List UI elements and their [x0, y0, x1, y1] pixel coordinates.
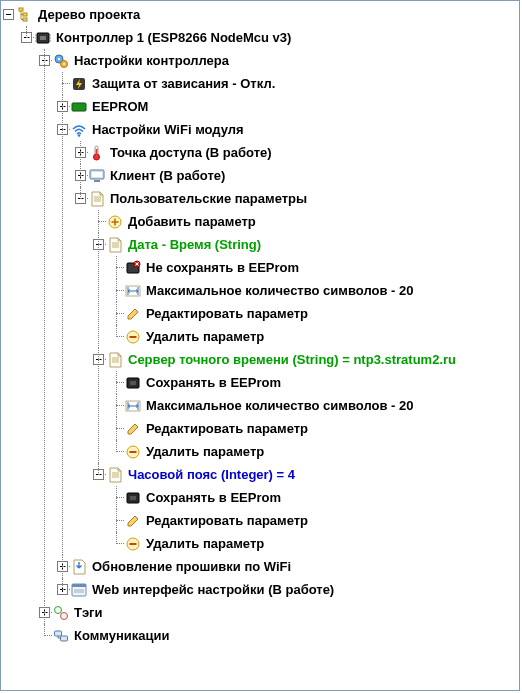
node-label: Сохранять в EEProm	[145, 490, 282, 505]
expand-icon[interactable]	[75, 147, 86, 158]
collapse-icon[interactable]	[57, 124, 68, 135]
node-label: Точка доступа (В работе)	[109, 145, 273, 160]
page-icon	[107, 237, 123, 253]
node-label: Удалить параметр	[145, 329, 265, 344]
chip-icon	[125, 375, 141, 391]
download-icon	[71, 559, 87, 575]
node-controller[interactable]: Контроллер 1 (ESP8266 NodeMcu v3)	[21, 26, 519, 49]
node-label: Редактировать параметр	[145, 513, 309, 528]
expand-icon[interactable]	[57, 101, 68, 112]
thermometer-icon	[89, 145, 105, 161]
node-watchdog[interactable]: Защита от зависания - Откл.	[57, 72, 519, 95]
node-label: Редактировать параметр	[145, 306, 309, 321]
collapse-icon[interactable]	[93, 239, 104, 250]
project-tree[interactable]: Дерево проекта Контроллер 1 (ESP8266 Nod…	[1, 1, 519, 649]
node-label: Контроллер 1 (ESP8266 NodeMcu v3)	[55, 30, 292, 45]
node-label: Редактировать параметр	[145, 421, 309, 436]
node-delete-param[interactable]: Удалить параметр	[111, 440, 519, 463]
node-label: Настройки контроллера	[73, 53, 230, 68]
node-label: Добавить параметр	[127, 214, 257, 229]
edit-icon	[125, 513, 141, 529]
node-label: Web интерфейс настройки (В работе)	[91, 582, 335, 597]
collapse-icon[interactable]	[39, 55, 50, 66]
node-label: Настройки WiFi модуля	[91, 122, 245, 137]
edit-icon	[125, 306, 141, 322]
node-label: Сохранять в EEProm	[145, 375, 282, 390]
node-param-datetime[interactable]: Дата - Время (String)	[93, 233, 519, 256]
node-controller-settings[interactable]: Настройки контроллера	[39, 49, 519, 72]
page-icon	[107, 467, 123, 483]
width-icon	[125, 283, 141, 299]
node-label: Клиент (В работе)	[109, 168, 226, 183]
node-firmware-update[interactable]: Обновление прошивки по WiFi	[57, 555, 519, 578]
node-param-timezone[interactable]: Часовой пояс (Integer) = 4	[93, 463, 519, 486]
node-max-length[interactable]: Максимальное количество символов - 20	[111, 279, 519, 302]
expand-icon[interactable]	[75, 170, 86, 181]
web-icon	[71, 582, 87, 598]
node-label: Сервер точного времени (String) = ntp3.s…	[127, 352, 457, 367]
tree-icon	[17, 7, 33, 23]
node-edit-param[interactable]: Редактировать параметр	[111, 417, 519, 440]
gears-icon	[53, 53, 69, 69]
delete-icon	[125, 329, 141, 345]
node-label: Удалить параметр	[145, 536, 265, 551]
node-label: Максимальное количество символов - 20	[145, 398, 414, 413]
expand-icon[interactable]	[57, 561, 68, 572]
collapse-icon[interactable]	[93, 354, 104, 365]
node-label: Обновление прошивки по WiFi	[91, 559, 292, 574]
node-edit-param[interactable]: Редактировать параметр	[111, 509, 519, 532]
node-edit-param[interactable]: Редактировать параметр	[111, 302, 519, 325]
chip-icon	[125, 490, 141, 506]
node-web-interface[interactable]: Web интерфейс настройки (В работе)	[57, 578, 519, 601]
delete-icon	[125, 536, 141, 552]
page-icon	[89, 191, 105, 207]
eeprom-icon	[71, 99, 87, 115]
collapse-icon[interactable]	[3, 9, 14, 20]
node-access-point[interactable]: Точка доступа (В работе)	[75, 141, 519, 164]
edit-icon	[125, 421, 141, 437]
node-user-params[interactable]: Пользовательские параметры	[75, 187, 519, 210]
node-label: Коммуникации	[73, 628, 171, 643]
node-label: Удалить параметр	[145, 444, 265, 459]
chip-icon	[35, 30, 51, 46]
width-icon	[125, 398, 141, 414]
collapse-icon[interactable]	[75, 193, 86, 204]
node-label: Часовой пояс (Integer) = 4	[127, 467, 296, 482]
node-add-param[interactable]: Добавить параметр	[93, 210, 519, 233]
wifi-icon	[71, 122, 87, 138]
delete-icon	[125, 444, 141, 460]
lightning-icon	[71, 76, 87, 92]
node-wifi-client[interactable]: Клиент (В работе)	[75, 164, 519, 187]
page-icon	[107, 352, 123, 368]
add-icon	[107, 214, 123, 230]
node-label: Тэги	[73, 605, 104, 620]
node-label: EEPROM	[91, 99, 149, 114]
monitor-icon	[89, 168, 105, 184]
chip-disabled-icon	[125, 260, 141, 276]
node-label: Максимальное количество символов - 20	[145, 283, 414, 298]
node-no-save-eeprom[interactable]: Не сохранять в EEProm	[111, 256, 519, 279]
node-label: Защита от зависания - Откл.	[91, 76, 276, 91]
node-delete-param[interactable]: Удалить параметр	[111, 532, 519, 555]
collapse-icon[interactable]	[21, 32, 32, 43]
expand-icon[interactable]	[57, 584, 68, 595]
node-wifi-settings[interactable]: Настройки WiFi модуля	[57, 118, 519, 141]
node-param-ntp[interactable]: Сервер точного времени (String) = ntp3.s…	[93, 348, 519, 371]
node-label: Дата - Время (String)	[127, 237, 262, 252]
network-icon	[53, 628, 69, 644]
node-communications[interactable]: Коммуникации	[39, 624, 519, 647]
node-label: Пользовательские параметры	[109, 191, 308, 206]
tags-icon	[53, 605, 69, 621]
project-tree-panel: Дерево проекта Контроллер 1 (ESP8266 Nod…	[0, 0, 520, 691]
node-root[interactable]: Дерево проекта	[3, 3, 519, 26]
node-label: Не сохранять в EEProm	[145, 260, 300, 275]
node-max-length[interactable]: Максимальное количество символов - 20	[111, 394, 519, 417]
node-tags[interactable]: Тэги	[39, 601, 519, 624]
node-label: Дерево проекта	[37, 7, 141, 22]
node-save-eeprom[interactable]: Сохранять в EEProm	[111, 486, 519, 509]
collapse-icon[interactable]	[93, 469, 104, 480]
expand-icon[interactable]	[39, 607, 50, 618]
node-eeprom[interactable]: EEPROM	[57, 95, 519, 118]
node-delete-param[interactable]: Удалить параметр	[111, 325, 519, 348]
node-save-eeprom[interactable]: Сохранять в EEProm	[111, 371, 519, 394]
